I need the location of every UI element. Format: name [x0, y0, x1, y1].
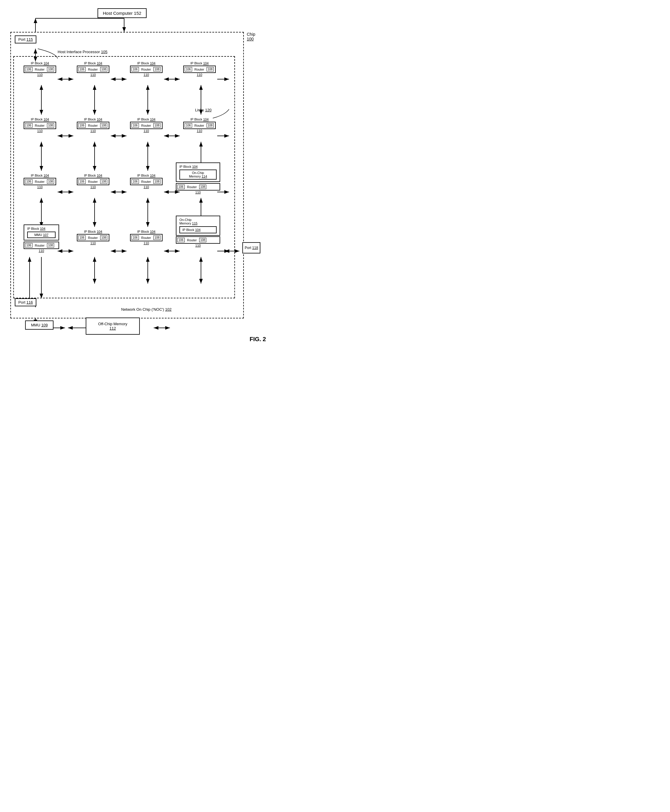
router-unit-4-1: IP Block 104 MMU 107 106 Router 108 110	[24, 225, 59, 253]
router-unit-1-2: IP Block 104 106 Router 108 110	[77, 61, 109, 76]
router-unit-3-4: IP Block 104 On-ChipMemory 114 106 Route…	[176, 162, 220, 194]
port-115-box: Port 115	[15, 35, 36, 44]
host-computer-box: Host Computer 152	[98, 8, 147, 18]
router-unit-2-2: IP Block 104 106 Router 108 110	[77, 118, 109, 133]
router-unit-4-2: IP Block 104 106 Router 108 110	[77, 230, 109, 245]
router-unit-4-3: IP Block 104 106 Router 108 110	[130, 230, 162, 245]
host-computer-label: Host Computer 152	[103, 11, 141, 16]
router-unit-2-1: IP Block 104 106 Router 108 110	[24, 118, 56, 133]
router-unit-3-2: IP Block 104 106 Router 108 110	[77, 174, 109, 189]
hip-label: Host Interface Processor 105	[58, 50, 107, 54]
bottom-mmu-box: MMU 109	[25, 321, 54, 330]
router-unit-1-4: IP Block 104 106 Router 108 110	[183, 61, 216, 76]
router-unit-4-4: On-ChipMemory 115 IP Block 104 106 Route…	[176, 216, 220, 247]
router-unit-2-4: IP Block 104 106 Router 108 110	[183, 118, 216, 133]
router-unit-3-1: IP Block 104 106 Router 108 110	[24, 174, 56, 189]
port-118-box: Port 118	[242, 242, 261, 253]
port-116-box: Port 116	[15, 298, 36, 306]
fig-label: FIG. 2	[249, 336, 266, 343]
chip-label: Chip 100	[247, 32, 255, 41]
router-unit-1-1: IP Block 104 106 Router 108 110	[24, 61, 56, 76]
noc-label: Network On Chip ('NOC') 102	[121, 307, 171, 312]
router-unit-1-3: IP Block 104 106 Router 108 110	[130, 61, 162, 76]
router-unit-2-3: IP Block 104 106 Router 108 110	[130, 118, 162, 133]
router-unit-3-3: IP Block 104 106 Router 108 110	[130, 174, 162, 189]
offchip-memory-box: Off-Chip Memory112	[86, 317, 140, 335]
links-label: Links 120	[195, 108, 211, 112]
